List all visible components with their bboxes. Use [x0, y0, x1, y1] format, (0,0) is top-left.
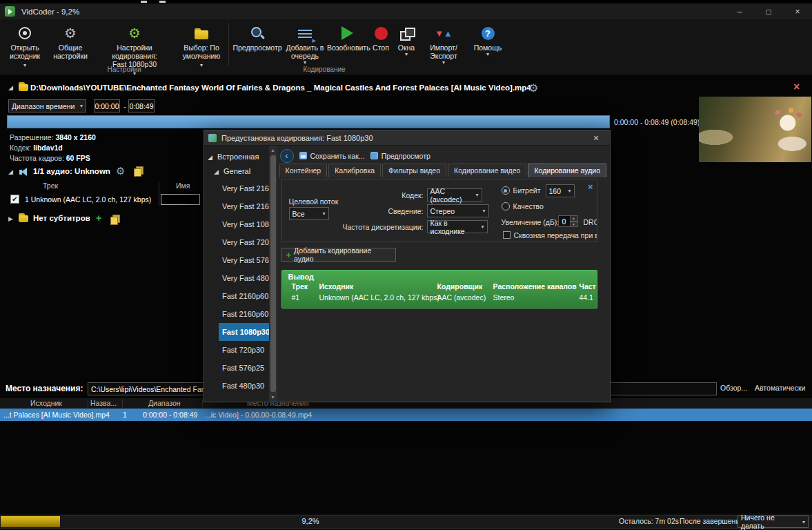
preset-item[interactable]: Very Fast 480p30 [219, 269, 269, 287]
source-close-icon[interactable]: × [793, 81, 800, 93]
spin-down-icon[interactable]: ▼ [571, 222, 578, 228]
tab-container[interactable]: Контейнер [279, 164, 328, 177]
tab-sizing[interactable]: Калибровка [328, 164, 381, 177]
dialog-preview-button[interactable]: Предпросмотр [370, 152, 430, 160]
minimize-button[interactable]: – [725, 3, 754, 19]
dialog-titlebar: Предустановка кодирования: Fast 1080p30 … [204, 130, 610, 146]
framerate-value: 60 FPS [66, 154, 90, 162]
preset-item[interactable]: Fast 480p30 [219, 377, 269, 395]
preset-item-selected[interactable]: Fast 1080p30 [219, 323, 269, 341]
preset-item[interactable]: Very Fast 2160p6 [219, 197, 269, 215]
dialog-close-icon[interactable]: × [586, 132, 606, 144]
picker-button[interactable]: Выбор: По умолчанию ▾ [178, 23, 225, 68]
track-checkbox[interactable]: ✔ [10, 195, 19, 204]
samplerate-dropdown[interactable]: Как в исходнике ▾ [427, 220, 488, 233]
scroll-down-icon[interactable]: ▼ [269, 393, 277, 402]
preset-tree-scrollbar[interactable]: ▲ ▼ [269, 146, 277, 402]
preset-item[interactable]: Fast 576p25 [219, 359, 269, 377]
source-settings-gear-icon[interactable]: ⚙ [528, 81, 538, 95]
subtitles-expander-icon[interactable]: ▶ [8, 215, 13, 222]
queue-row[interactable]: ...t Palaces [AI Music Video].mp4 1 0:00… [0, 409, 812, 421]
browse-button[interactable]: Обзор... [720, 384, 747, 392]
column-divider [202, 400, 203, 407]
maximize-button[interactable]: □ [754, 3, 783, 19]
bitrate-radio[interactable] [502, 186, 510, 195]
preview-button[interactable]: Предпросмотр [232, 23, 283, 52]
play-icon [341, 26, 353, 40]
export-arrow-icon: ▲ [444, 28, 453, 39]
spin-up-icon[interactable]: ▲ [571, 215, 578, 222]
import-export-button[interactable]: ▼ ▲ Импорт/Экспорт ▾ [419, 23, 468, 66]
track-column-label: Трек [43, 181, 58, 190]
open-source-button[interactable]: Открыть исходник ▾ [4, 23, 46, 68]
tab-video-encoding[interactable]: Кодирование видео [448, 164, 526, 177]
range-dash: - [123, 102, 126, 110]
source-expander-icon[interactable]: ◢ [8, 84, 13, 91]
gain-spinner[interactable]: ▲ ▼ [558, 215, 578, 227]
save-as-button[interactable]: Сохранить как... [299, 152, 365, 160]
destination-label: Место назначения: [6, 384, 83, 393]
range-start-input[interactable] [94, 99, 120, 112]
track-name-input[interactable] [161, 194, 200, 205]
audio-expander-icon[interactable]: ◢ [8, 168, 13, 175]
quality-radio[interactable] [502, 202, 510, 210]
target-stream-dropdown[interactable]: Все ▾ [289, 207, 329, 220]
general-settings-label: Общие настройки [50, 43, 91, 60]
audio-settings-gear-icon[interactable]: ⚙ [116, 165, 125, 177]
queue-list-icon [298, 30, 312, 40]
preset-item[interactable]: Fast 2160p60 4K [219, 305, 269, 323]
tab-audio-encoding[interactable]: Кодирование аудио [528, 164, 606, 177]
scrollbar-thumb[interactable] [270, 155, 276, 392]
range-type-dropdown[interactable]: Диапазон времени ▾ [8, 99, 86, 112]
preset-item[interactable]: Very Fast 720p30 [219, 233, 269, 251]
after-completion-label: После завершения [680, 517, 744, 525]
audio-title: 1/1 аудио: Unknown [33, 167, 110, 175]
queue-cell-range: 0:00:00 - 0:08:49 [143, 411, 197, 419]
scroll-up-icon[interactable]: ▲ [269, 146, 277, 155]
check-icon: ✔ [12, 195, 17, 203]
subtitles-copy-icon[interactable] [110, 215, 119, 224]
out-cell-samplerate: 44.1 [580, 293, 593, 302]
tab-video-filters[interactable]: Фильтры видео [382, 164, 446, 177]
range-seek-bar[interactable] [7, 115, 610, 128]
gain-input[interactable] [558, 215, 571, 227]
tree-node-general[interactable]: ◢ General [204, 162, 269, 179]
remove-encoding-icon[interactable]: × [588, 181, 593, 192]
preset-item[interactable]: Fast 720p30 [219, 341, 269, 359]
audio-track-text: 1 Unknown (AAC LC, 2.0 ch, 127 kbps) [25, 195, 151, 204]
queue-cell-source: ...t Palaces [AI Music Video].mp4 [3, 411, 110, 419]
preset-item[interactable]: Very Fast 576p25 [219, 251, 269, 269]
close-button[interactable]: × [783, 3, 812, 19]
tree-node-builtin[interactable]: ◢ Встроенная [204, 146, 269, 162]
stop-button[interactable]: Стоп [368, 23, 393, 52]
preset-item[interactable]: Very Fast 1080p3 [219, 215, 269, 233]
passthrough-checkbox[interactable] [503, 231, 511, 239]
copy-pages-icon[interactable] [134, 166, 142, 175]
dropdown-arrow-icon: ▾ [419, 60, 468, 66]
back-button[interactable]: ‹ [280, 149, 294, 163]
after-completion-dropdown[interactable]: Ничего не делать ▾ [737, 516, 809, 528]
codec-dropdown[interactable]: AAC (avcodec) ▾ [427, 188, 482, 202]
out-col-channels: Расположение каналов [493, 282, 577, 291]
add-to-queue-button[interactable]: Добавить в очередь ▾ [284, 23, 326, 66]
tree-builtin-label: Встроенная [217, 153, 259, 161]
mixdown-dropdown[interactable]: Стерео ▾ [427, 204, 489, 217]
add-audio-encoding-button[interactable]: + Добавить кодирование аудио [281, 248, 396, 262]
help-button[interactable]: ? Помощь ▾ [471, 23, 505, 57]
general-settings-button[interactable]: ⚙ Общие настройки [50, 23, 91, 60]
bitrate-dropdown[interactable]: 160 ▾ [546, 184, 575, 197]
dropdown-arrow-icon: ▾ [395, 52, 418, 57]
out-cell-channels: Stereo [493, 293, 515, 302]
dialog-toolbar: ‹ Сохранить как... Предпросмотр [277, 146, 610, 164]
preset-item[interactable]: Very Fast 2160p6 [219, 179, 269, 197]
preset-item[interactable]: Fast 2160p60 4K [219, 287, 269, 305]
spinner-arrows[interactable]: ▲ ▼ [571, 215, 578, 227]
auto-naming-button[interactable]: Автоматически [755, 384, 805, 392]
resume-button[interactable]: Возобновить [327, 23, 367, 52]
add-subtitle-plus-icon[interactable]: + [96, 213, 101, 224]
add-audio-encoding-label: Добавить кодирование аудио [294, 246, 390, 263]
out-cell-source: Unknown (AAC LC, 2.0 ch, 127 kbps) [319, 293, 440, 302]
dialog-tabs: Контейнер Калибровка Фильтры видео Кодир… [277, 164, 610, 177]
range-end-input[interactable] [128, 99, 155, 112]
windows-button[interactable]: Окна ▾ [395, 23, 418, 57]
